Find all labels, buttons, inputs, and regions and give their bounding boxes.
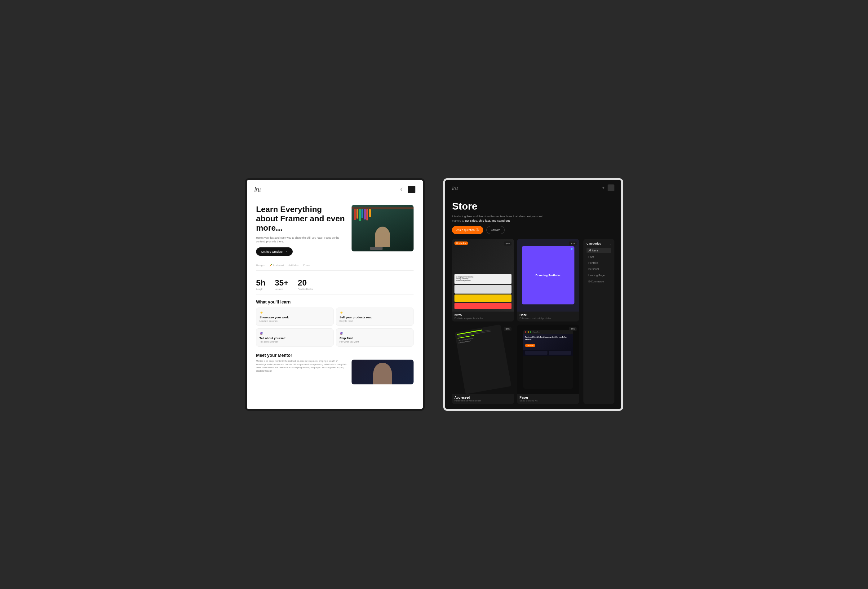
ask-label: Ask a question (456, 229, 475, 232)
stat-value-length: 5h (256, 278, 265, 288)
pager-cta-btn[interactable]: Get Started (525, 344, 535, 347)
haze-info: Haze Full-screen horizontal portfolio (517, 311, 579, 322)
brand-dribbble: dribbble (289, 264, 299, 267)
pager-desc: SaaS Building Kit (520, 399, 577, 402)
pager-feature-2 (549, 351, 571, 355)
haze-desc: Full-screen horizontal portfolio (520, 317, 577, 320)
ship-title: Ship Fast (340, 337, 410, 340)
mentor-content: Monica is an adept mentor in the realm o… (256, 360, 413, 384)
appleseed-price: $39 (504, 327, 512, 331)
nitro-page-4 (455, 303, 512, 309)
brand-logos: Google 🥕 Instacart dribbble Zoom (256, 261, 413, 271)
cta-button[interactable]: Get free template (256, 247, 293, 256)
showcase-sub: Loads in seconds (260, 320, 330, 322)
menu-button-right[interactable] (608, 185, 614, 191)
hero-subtitle: Here's your fast and easy way to share t… (256, 236, 345, 244)
nitro-info: Nitro Portfolio template bestseller (452, 311, 514, 322)
store-actions: Ask a question ⓘ Affiliate (452, 226, 614, 234)
ship-sub: Pay what you want (340, 340, 410, 343)
learn-card-showcase: ⚡ Showcase your work Loads in seconds (256, 307, 334, 326)
showcase-title: Showcase your work (260, 316, 330, 319)
stat-length: 5h Length (256, 278, 265, 291)
question-icon: ⓘ (476, 228, 479, 232)
pager-hero: Fast and flexible landing page builder m… (523, 334, 573, 350)
nitro-page-2 (455, 285, 512, 294)
product-card-appleseed[interactable]: $39 Let's create somethingincredible tog… (452, 325, 514, 404)
brand-instacart: 🥕 Instacart (269, 264, 284, 267)
categories-sidebar: Categories ⌄ All Items Free Portfolio Pe… (583, 239, 614, 404)
learn-grid: ⚡ Showcase your work Loads in seconds ⚡ … (256, 307, 413, 347)
sell-icon: ⚡ (340, 311, 410, 314)
left-logo: lru (254, 186, 260, 193)
ask-question-button[interactable]: Ask a question ⓘ (452, 226, 483, 234)
right-header-icons: ✦ (601, 185, 614, 191)
store-title: Store (452, 201, 614, 212)
categories-header: Categories ⌄ (586, 242, 611, 245)
mentor-image (351, 360, 413, 384)
nitro-page-3 (455, 294, 512, 302)
category-free[interactable]: Free (586, 254, 611, 260)
haze-tablet: Branding Portfolio. (522, 246, 574, 304)
brand-zoom: Zoom (303, 264, 310, 267)
pager-info: Pager SaaS Building Kit (517, 394, 579, 404)
pager-feature-1 (525, 351, 548, 355)
haze-name: Haze (520, 313, 577, 317)
mentor-section: Meet your Mentor Monica is an adept ment… (256, 350, 413, 384)
affiliate-button[interactable]: Affiliate (486, 226, 505, 234)
pager-hero-text: Fast and flexible landing page builder m… (525, 336, 571, 341)
right-header: lru ✦ (445, 180, 621, 196)
pager-green-dot (530, 331, 531, 333)
right-panel: lru ✦ Store Introducing Free and Premium… (443, 178, 623, 411)
categories-title: Categories (586, 242, 601, 245)
stat-label-length: Length (256, 288, 265, 291)
category-all-items[interactable]: All Items (586, 248, 611, 253)
product-card-pager[interactable]: $39 Pager Pro Fast and flexible landing … (517, 325, 579, 404)
pager-screen: Pager Pro Fast and flexible landing page… (523, 330, 573, 389)
sell-sub: Easy to read (340, 320, 410, 322)
nitro-stack: a design partner focusing on crisp and c… (455, 274, 512, 309)
product-card-haze[interactable]: $59 Branding Portfolio. Haze Full-screen… (517, 239, 579, 322)
appleseed-content: Let's create somethingincredible togethe… (455, 325, 503, 346)
categories-arrow-icon: ⌄ (609, 242, 611, 245)
menu-button-left[interactable] (408, 186, 415, 193)
hero-section: Learn Everything about Framer and even m… (256, 205, 413, 256)
learn-section-title: What you'll learn (256, 300, 413, 304)
stat-tasks: 20 Practical tasks (298, 278, 313, 291)
category-landing-page[interactable]: Landing Page (586, 273, 611, 278)
bestseller-badge: Bestseller (455, 242, 468, 245)
pager-body (523, 350, 573, 356)
pager-name: Pager (520, 396, 577, 399)
mentor-desc: Monica is an adept mentor in the realm o… (256, 360, 347, 373)
store-main: Bestseller $99 a design partner focusing… (452, 239, 614, 404)
pager-nav-dot (525, 331, 526, 333)
mentor-title: Meet your Mentor (256, 353, 413, 358)
main-scene: lru ☾ Learn Everything about Framer and … (220, 154, 648, 435)
stat-value-lessons: 35+ (275, 278, 288, 288)
pager-header: Pager Pro (523, 330, 573, 334)
star-icon: ✦ (601, 185, 605, 190)
appleseed-name: Appleseed (455, 396, 512, 399)
nitro-desc: Portfolio template bestseller (455, 317, 512, 320)
hero-image (351, 205, 413, 251)
learn-card-about: 🔮 Tell about yourself Tell about yoursel… (256, 328, 334, 347)
hero-title: Learn Everything about Framer and even m… (256, 205, 345, 233)
nitro-price: $99 (504, 242, 512, 245)
showcase-icon: ⚡ (260, 311, 330, 314)
category-personal[interactable]: Personal (586, 266, 611, 272)
ship-icon: 🔮 (340, 332, 410, 335)
category-ecommerce[interactable]: E-Commerce (586, 279, 611, 284)
moon-icon[interactable]: ☾ (399, 187, 405, 192)
product-card-nitro[interactable]: Bestseller $99 a design partner focusing… (452, 239, 514, 322)
category-portfolio[interactable]: Portfolio (586, 260, 611, 266)
stat-label-tasks: Practical tasks (298, 288, 313, 291)
mentor-face (373, 363, 392, 384)
pager-image: $39 Pager Pro Fast and flexible landing … (517, 325, 579, 394)
brand-google: Google (256, 264, 265, 267)
right-content: Store Introducing Free and Premium Frame… (445, 196, 621, 409)
about-title: Tell about yourself (260, 337, 330, 340)
stat-value-tasks: 20 (298, 278, 313, 288)
haze-image: $59 Branding Portfolio. (517, 239, 579, 311)
about-sub: Tell about yourself (260, 340, 330, 343)
product-grid: Bestseller $99 a design partner focusing… (452, 239, 579, 404)
left-content: Learn Everything about Framer and even m… (247, 199, 423, 409)
